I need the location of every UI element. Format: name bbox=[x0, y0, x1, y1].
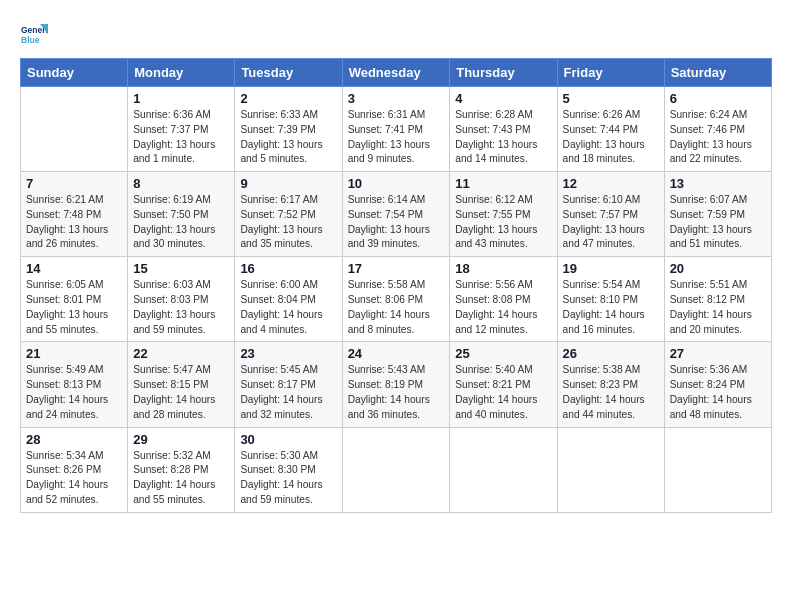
calendar-cell bbox=[342, 427, 450, 512]
day-number: 7 bbox=[26, 176, 122, 191]
page-header: General Blue bbox=[20, 20, 772, 48]
weekday-header-saturday: Saturday bbox=[664, 59, 771, 87]
day-number: 3 bbox=[348, 91, 445, 106]
weekday-header-thursday: Thursday bbox=[450, 59, 557, 87]
day-info: Sunrise: 5:49 AM Sunset: 8:13 PM Dayligh… bbox=[26, 363, 122, 422]
calendar-cell: 22Sunrise: 5:47 AM Sunset: 8:15 PM Dayli… bbox=[128, 342, 235, 427]
calendar-week-row: 1Sunrise: 6:36 AM Sunset: 7:37 PM Daylig… bbox=[21, 87, 772, 172]
day-info: Sunrise: 5:38 AM Sunset: 8:23 PM Dayligh… bbox=[563, 363, 659, 422]
day-info: Sunrise: 5:45 AM Sunset: 8:17 PM Dayligh… bbox=[240, 363, 336, 422]
calendar-cell: 13Sunrise: 6:07 AM Sunset: 7:59 PM Dayli… bbox=[664, 172, 771, 257]
day-info: Sunrise: 6:17 AM Sunset: 7:52 PM Dayligh… bbox=[240, 193, 336, 252]
day-number: 18 bbox=[455, 261, 551, 276]
day-number: 15 bbox=[133, 261, 229, 276]
calendar-week-row: 28Sunrise: 5:34 AM Sunset: 8:26 PM Dayli… bbox=[21, 427, 772, 512]
day-info: Sunrise: 6:28 AM Sunset: 7:43 PM Dayligh… bbox=[455, 108, 551, 167]
day-info: Sunrise: 6:24 AM Sunset: 7:46 PM Dayligh… bbox=[670, 108, 766, 167]
day-number: 13 bbox=[670, 176, 766, 191]
day-info: Sunrise: 6:31 AM Sunset: 7:41 PM Dayligh… bbox=[348, 108, 445, 167]
day-info: Sunrise: 6:14 AM Sunset: 7:54 PM Dayligh… bbox=[348, 193, 445, 252]
day-number: 16 bbox=[240, 261, 336, 276]
calendar-cell: 19Sunrise: 5:54 AM Sunset: 8:10 PM Dayli… bbox=[557, 257, 664, 342]
calendar-cell: 20Sunrise: 5:51 AM Sunset: 8:12 PM Dayli… bbox=[664, 257, 771, 342]
day-info: Sunrise: 5:51 AM Sunset: 8:12 PM Dayligh… bbox=[670, 278, 766, 337]
day-number: 22 bbox=[133, 346, 229, 361]
day-number: 8 bbox=[133, 176, 229, 191]
day-info: Sunrise: 5:56 AM Sunset: 8:08 PM Dayligh… bbox=[455, 278, 551, 337]
weekday-header-sunday: Sunday bbox=[21, 59, 128, 87]
day-number: 11 bbox=[455, 176, 551, 191]
day-number: 4 bbox=[455, 91, 551, 106]
day-info: Sunrise: 6:10 AM Sunset: 7:57 PM Dayligh… bbox=[563, 193, 659, 252]
calendar-cell: 8Sunrise: 6:19 AM Sunset: 7:50 PM Daylig… bbox=[128, 172, 235, 257]
day-number: 9 bbox=[240, 176, 336, 191]
calendar-cell bbox=[21, 87, 128, 172]
calendar-cell: 10Sunrise: 6:14 AM Sunset: 7:54 PM Dayli… bbox=[342, 172, 450, 257]
day-info: Sunrise: 5:34 AM Sunset: 8:26 PM Dayligh… bbox=[26, 449, 122, 508]
calendar-table: SundayMondayTuesdayWednesdayThursdayFrid… bbox=[20, 58, 772, 513]
day-number: 25 bbox=[455, 346, 551, 361]
day-info: Sunrise: 6:05 AM Sunset: 8:01 PM Dayligh… bbox=[26, 278, 122, 337]
calendar-cell: 5Sunrise: 6:26 AM Sunset: 7:44 PM Daylig… bbox=[557, 87, 664, 172]
day-number: 19 bbox=[563, 261, 659, 276]
calendar-body: 1Sunrise: 6:36 AM Sunset: 7:37 PM Daylig… bbox=[21, 87, 772, 513]
day-number: 17 bbox=[348, 261, 445, 276]
day-info: Sunrise: 6:36 AM Sunset: 7:37 PM Dayligh… bbox=[133, 108, 229, 167]
day-info: Sunrise: 6:12 AM Sunset: 7:55 PM Dayligh… bbox=[455, 193, 551, 252]
calendar-cell: 9Sunrise: 6:17 AM Sunset: 7:52 PM Daylig… bbox=[235, 172, 342, 257]
logo-icon: General Blue bbox=[20, 20, 48, 48]
calendar-cell bbox=[557, 427, 664, 512]
day-info: Sunrise: 5:54 AM Sunset: 8:10 PM Dayligh… bbox=[563, 278, 659, 337]
weekday-header-friday: Friday bbox=[557, 59, 664, 87]
calendar-week-row: 7Sunrise: 6:21 AM Sunset: 7:48 PM Daylig… bbox=[21, 172, 772, 257]
day-number: 23 bbox=[240, 346, 336, 361]
calendar-week-row: 21Sunrise: 5:49 AM Sunset: 8:13 PM Dayli… bbox=[21, 342, 772, 427]
calendar-cell: 7Sunrise: 6:21 AM Sunset: 7:48 PM Daylig… bbox=[21, 172, 128, 257]
calendar-cell: 16Sunrise: 6:00 AM Sunset: 8:04 PM Dayli… bbox=[235, 257, 342, 342]
day-number: 30 bbox=[240, 432, 336, 447]
calendar-cell: 11Sunrise: 6:12 AM Sunset: 7:55 PM Dayli… bbox=[450, 172, 557, 257]
logo: General Blue bbox=[20, 20, 52, 48]
day-info: Sunrise: 5:36 AM Sunset: 8:24 PM Dayligh… bbox=[670, 363, 766, 422]
day-info: Sunrise: 6:03 AM Sunset: 8:03 PM Dayligh… bbox=[133, 278, 229, 337]
calendar-cell: 25Sunrise: 5:40 AM Sunset: 8:21 PM Dayli… bbox=[450, 342, 557, 427]
weekday-header-monday: Monday bbox=[128, 59, 235, 87]
calendar-cell: 1Sunrise: 6:36 AM Sunset: 7:37 PM Daylig… bbox=[128, 87, 235, 172]
weekday-header-row: SundayMondayTuesdayWednesdayThursdayFrid… bbox=[21, 59, 772, 87]
day-number: 21 bbox=[26, 346, 122, 361]
calendar-cell: 15Sunrise: 6:03 AM Sunset: 8:03 PM Dayli… bbox=[128, 257, 235, 342]
day-number: 12 bbox=[563, 176, 659, 191]
calendar-cell: 6Sunrise: 6:24 AM Sunset: 7:46 PM Daylig… bbox=[664, 87, 771, 172]
calendar-cell bbox=[450, 427, 557, 512]
calendar-cell: 12Sunrise: 6:10 AM Sunset: 7:57 PM Dayli… bbox=[557, 172, 664, 257]
weekday-header-wednesday: Wednesday bbox=[342, 59, 450, 87]
calendar-cell: 30Sunrise: 5:30 AM Sunset: 8:30 PM Dayli… bbox=[235, 427, 342, 512]
day-number: 28 bbox=[26, 432, 122, 447]
day-info: Sunrise: 6:33 AM Sunset: 7:39 PM Dayligh… bbox=[240, 108, 336, 167]
calendar-week-row: 14Sunrise: 6:05 AM Sunset: 8:01 PM Dayli… bbox=[21, 257, 772, 342]
day-number: 27 bbox=[670, 346, 766, 361]
day-info: Sunrise: 6:26 AM Sunset: 7:44 PM Dayligh… bbox=[563, 108, 659, 167]
calendar-cell: 2Sunrise: 6:33 AM Sunset: 7:39 PM Daylig… bbox=[235, 87, 342, 172]
day-info: Sunrise: 6:07 AM Sunset: 7:59 PM Dayligh… bbox=[670, 193, 766, 252]
day-number: 24 bbox=[348, 346, 445, 361]
calendar-cell: 4Sunrise: 6:28 AM Sunset: 7:43 PM Daylig… bbox=[450, 87, 557, 172]
day-number: 14 bbox=[26, 261, 122, 276]
day-info: Sunrise: 5:40 AM Sunset: 8:21 PM Dayligh… bbox=[455, 363, 551, 422]
calendar-header: SundayMondayTuesdayWednesdayThursdayFrid… bbox=[21, 59, 772, 87]
day-number: 29 bbox=[133, 432, 229, 447]
day-number: 26 bbox=[563, 346, 659, 361]
day-info: Sunrise: 6:21 AM Sunset: 7:48 PM Dayligh… bbox=[26, 193, 122, 252]
weekday-header-tuesday: Tuesday bbox=[235, 59, 342, 87]
calendar-cell: 3Sunrise: 6:31 AM Sunset: 7:41 PM Daylig… bbox=[342, 87, 450, 172]
calendar-cell: 29Sunrise: 5:32 AM Sunset: 8:28 PM Dayli… bbox=[128, 427, 235, 512]
calendar-cell: 23Sunrise: 5:45 AM Sunset: 8:17 PM Dayli… bbox=[235, 342, 342, 427]
day-number: 1 bbox=[133, 91, 229, 106]
calendar-cell: 28Sunrise: 5:34 AM Sunset: 8:26 PM Dayli… bbox=[21, 427, 128, 512]
day-info: Sunrise: 5:32 AM Sunset: 8:28 PM Dayligh… bbox=[133, 449, 229, 508]
day-info: Sunrise: 5:58 AM Sunset: 8:06 PM Dayligh… bbox=[348, 278, 445, 337]
day-number: 20 bbox=[670, 261, 766, 276]
day-info: Sunrise: 5:47 AM Sunset: 8:15 PM Dayligh… bbox=[133, 363, 229, 422]
calendar-cell bbox=[664, 427, 771, 512]
day-number: 10 bbox=[348, 176, 445, 191]
